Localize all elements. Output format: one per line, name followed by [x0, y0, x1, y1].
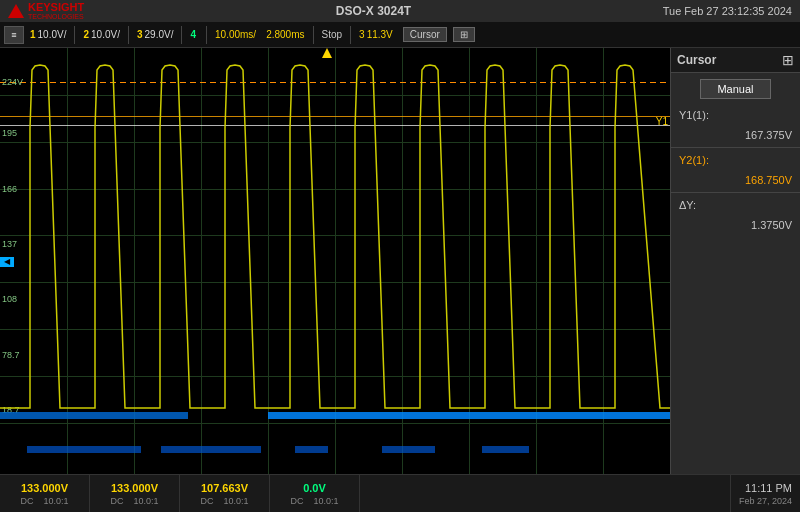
cursor-y2-value-row: 168.750V	[671, 170, 800, 190]
ch2-scale: 10.0V/	[91, 29, 120, 40]
trigger-display[interactable]: 3 11.3V	[355, 29, 397, 40]
ch3-number: 3	[137, 29, 143, 40]
decode-bar-b4	[382, 446, 436, 453]
trig-ch: 3	[359, 29, 365, 40]
bottom-ch2: 133.000V DC 10.0:1	[90, 475, 180, 512]
datetime-label: Tue Feb 27 23:12:35 2024	[663, 5, 792, 17]
cursor-button[interactable]: Cursor	[403, 27, 447, 42]
cursor-y2-row: Y2(1):	[671, 150, 800, 170]
cursor-y1-value-row: 167.375V	[671, 125, 800, 145]
bottom-status-bar: 133.000V DC 10.0:1 133.000V DC 10.0:1 10…	[0, 474, 800, 512]
decode-bar-b3	[295, 446, 329, 453]
ch4-number: 4	[190, 29, 196, 40]
bottom-ch3: 107.663V DC 10.0:1	[180, 475, 270, 512]
ch3-info: DC 10.0:1	[200, 496, 248, 506]
ch2-voltage: 133.000V	[111, 482, 158, 494]
menu-button[interactable]: ≡	[4, 26, 24, 44]
header-bar: KEYSIGHT TECHNOLOGIES DSO-X 3024T Tue Fe…	[0, 0, 800, 22]
model-label: DSO-X 3024T	[336, 4, 411, 18]
timebase-display[interactable]: 10.00ms/	[211, 29, 260, 40]
ch3-coupling: DC	[200, 496, 213, 506]
cursor-y1-value: 167.375V	[745, 129, 792, 141]
ch3-scale: 29.0V/	[145, 29, 174, 40]
cursor-panel-title: Cursor	[677, 53, 716, 67]
scope-left-indicator: ◀	[0, 257, 14, 267]
bottom-ch1: 133.000V DC 10.0:1	[0, 475, 90, 512]
ch1-info: DC 10.0:1	[20, 496, 68, 506]
tb-divider-3	[181, 26, 182, 44]
ch3-probe: 10.0:1	[223, 496, 248, 506]
tb-divider-4	[206, 26, 207, 44]
bottom-time: 11:11 PM	[745, 482, 792, 494]
ch3-toolbar[interactable]: 3 29.0V/	[133, 29, 177, 40]
cursor-y2-label: Y2(1):	[679, 154, 709, 166]
tb-divider-5	[313, 26, 314, 44]
ch2-info: DC 10.0:1	[110, 496, 158, 506]
grid-button[interactable]: ⊞	[453, 27, 475, 42]
logo-triangle	[8, 4, 24, 18]
sp-divider-2	[671, 192, 800, 193]
cursor-y1-label: Y1(1):	[679, 109, 709, 121]
ch1-number: 1	[30, 29, 36, 40]
ch1-waveform	[0, 65, 670, 408]
main-area: 224V 195 166 137 108 78.7 18.7 Y1 ◀ Cu	[0, 48, 800, 474]
waveform-svg	[0, 48, 670, 474]
ch3-voltage: 107.663V	[201, 482, 248, 494]
ch4-coupling: DC	[290, 496, 303, 506]
ch1-toolbar[interactable]: 1 10.0V/	[26, 29, 70, 40]
cursor-delta-value-row: 1.3750V	[671, 215, 800, 235]
bottom-ch4: 0.0V DC 10.0:1	[270, 475, 360, 512]
ch4-voltage: 0.0V	[303, 482, 326, 494]
decode-bar-b5	[482, 446, 529, 453]
delay-display: 2.800ms	[262, 29, 308, 40]
decode-bar-3	[536, 412, 670, 419]
ch4-toolbar[interactable]: 4	[186, 29, 202, 40]
stop-label[interactable]: Stop	[318, 29, 347, 40]
bottom-date: Feb 27, 2024	[739, 496, 792, 506]
ch2-toolbar[interactable]: 2 10.0V/	[79, 29, 123, 40]
ch2-probe: 10.0:1	[133, 496, 158, 506]
decode-bar-2	[268, 412, 536, 419]
keysight-logo: KEYSIGHT TECHNOLOGIES	[8, 2, 84, 20]
ch2-coupling: DC	[110, 496, 123, 506]
tb-divider-1	[74, 26, 75, 44]
trigger-marker	[322, 48, 332, 58]
ch1-voltage: 133.000V	[21, 482, 68, 494]
decode-bar-b1	[27, 446, 141, 453]
cursor-panel-title-row: Cursor ⊞	[671, 48, 800, 73]
cursor-y2-value: 168.750V	[745, 174, 792, 186]
sp-divider-1	[671, 147, 800, 148]
scope-area[interactable]: 224V 195 166 137 108 78.7 18.7 Y1 ◀	[0, 48, 670, 474]
logo-text: KEYSIGHT TECHNOLOGIES	[28, 2, 84, 20]
ch4-info: DC 10.0:1	[290, 496, 338, 506]
cursor-panel: Cursor ⊞ Manual Y1(1): 167.375V Y2(1): 1…	[670, 48, 800, 474]
ch1-scale: 10.0V/	[38, 29, 67, 40]
ch1-coupling: DC	[20, 496, 33, 506]
trig-level: 11.3V	[367, 29, 393, 40]
bottom-time-area: 11:11 PM Feb 27, 2024	[730, 475, 800, 512]
cursor-mode-button[interactable]: Manual	[700, 79, 770, 99]
toolbar: ≡ 1 10.0V/ 2 10.0V/ 3 29.0V/ 4 10.00ms/ …	[0, 22, 800, 48]
tb-divider-6	[350, 26, 351, 44]
cursor-delta-label: ΔY:	[679, 199, 696, 211]
decode-bar-1	[0, 412, 188, 419]
cursor-y1-row: Y1(1):	[671, 105, 800, 125]
decode-bar-b2	[161, 446, 262, 453]
cursor-delta-row: ΔY:	[671, 195, 800, 215]
ch4-probe: 10.0:1	[313, 496, 338, 506]
cursor-panel-icon[interactable]: ⊞	[782, 52, 794, 68]
cursor-delta-value: 1.3750V	[751, 219, 792, 231]
ch2-number: 2	[83, 29, 89, 40]
ch1-probe: 10.0:1	[43, 496, 68, 506]
tb-divider-2	[128, 26, 129, 44]
